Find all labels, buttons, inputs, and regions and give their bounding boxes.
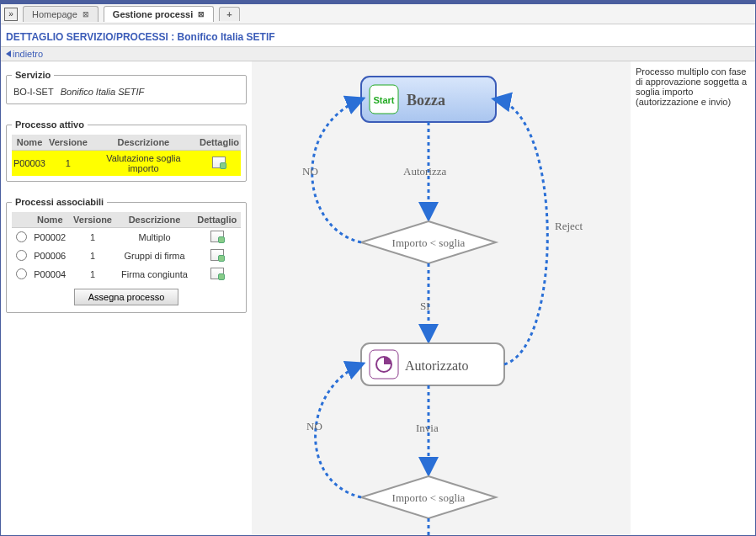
cell-versione: 1 (69, 247, 115, 265)
detail-icon[interactable] (210, 231, 224, 242)
page-title: DETTAGLIO SERVIZIO/PROCESSI : Bonifico I… (1, 24, 755, 46)
table-row: P000021Multiplo (12, 228, 241, 247)
edge-invia: Invia (416, 422, 439, 434)
close-icon[interactable]: ⊠ (83, 10, 89, 19)
cell-descrizione: Firma congiunta (116, 265, 194, 284)
tab-add[interactable]: + (219, 7, 239, 21)
cell-descrizione: Multiplo (116, 228, 194, 247)
select-radio[interactable] (16, 268, 27, 279)
detail-icon[interactable] (212, 157, 226, 168)
edge-no-2: NO (306, 420, 322, 433)
edge-no-1: NO (302, 165, 318, 178)
tabs-bar: » Homepage ⊠ Gestione processi ⊠ + (1, 4, 755, 24)
col-versione: Versione (47, 135, 89, 151)
col-dettaglio: Dettaglio (198, 135, 241, 151)
edge-si: SI (420, 300, 430, 312)
servizio-code: BO-I-SET (13, 87, 54, 97)
back-label: indietro (13, 49, 43, 59)
cell-descrizione: Gruppi di firma (116, 247, 194, 265)
cell-versione: 1 (69, 265, 115, 284)
edge-reject: Reject (555, 220, 583, 232)
tab-label: Homepage (32, 9, 77, 19)
process-diagram: Start Bozza Autorizza Importo < soglia N… (252, 61, 631, 536)
processi-associabili-panel: Processi associabili Nome Versione Descr… (6, 197, 247, 313)
select-radio[interactable] (16, 250, 27, 261)
table-row: P000061Gruppi di firma (12, 247, 241, 265)
processo-attivo-panel: Processo attivo Nome Versione Descrizion… (6, 119, 247, 182)
col-versione: Versione (69, 212, 115, 228)
detail-icon[interactable] (210, 268, 224, 279)
table-row: P000041Firma congiunta (12, 265, 241, 284)
cell-versione: 1 (47, 151, 89, 177)
cell-nome: P00004 (30, 265, 69, 284)
tab-homepage[interactable]: Homepage ⊠ (23, 6, 98, 22)
col-nome: Nome (30, 212, 69, 228)
table-row: P00003 1 Valutazione soglia importo (12, 151, 241, 177)
process-description: Processo multiplo con fase di approvazio… (636, 66, 750, 107)
servizio-panel: Servizio BO-I-SET Bonifico Italia SETIF (6, 70, 247, 104)
processi-associabili-legend: Processi associabili (12, 197, 107, 207)
close-icon[interactable]: ⊠ (198, 10, 205, 19)
servizio-legend: Servizio (12, 70, 54, 80)
col-dettaglio: Dettaglio (193, 212, 241, 228)
back-link[interactable]: indietro (6, 49, 43, 59)
cell-versione: 1 (69, 228, 115, 247)
cell-nome: P00003 (12, 151, 47, 177)
edge-autorizza: Autorizza (403, 165, 446, 178)
col-nome: Nome (12, 135, 47, 151)
expand-menu-icon[interactable]: » (4, 8, 18, 21)
start-icon-label: Start (373, 95, 394, 105)
detail-icon[interactable] (210, 249, 224, 261)
node-cond1-label: Importo < soglia (392, 236, 466, 249)
tab-gestione-processi[interactable]: Gestione processi ⊠ (104, 6, 214, 22)
cell-nome: P00002 (30, 228, 69, 247)
cell-descrizione: Valutazione soglia importo (89, 151, 198, 177)
assegna-processo-button[interactable]: Assegna processo (74, 289, 179, 305)
processo-attivo-legend: Processo attivo (12, 119, 88, 130)
node-cond2-label: Importo < soglia (392, 491, 466, 504)
node-bozza-label: Bozza (407, 92, 445, 109)
select-radio[interactable] (16, 231, 27, 242)
node-autorizzato-label: Autorizzato (405, 358, 469, 373)
cell-nome: P00006 (30, 247, 69, 265)
tab-label: Gestione processi (113, 9, 193, 19)
arrow-left-icon (6, 50, 11, 57)
col-descrizione: Descrizione (89, 135, 198, 151)
col-descrizione: Descrizione (116, 212, 194, 228)
servizio-desc: Bonifico Italia SETIF (61, 87, 145, 97)
